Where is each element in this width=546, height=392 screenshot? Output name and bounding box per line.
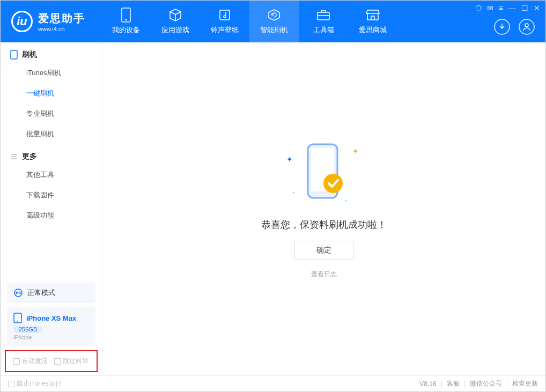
download-button[interactable] xyxy=(494,19,510,35)
tab-label: 铃声壁纸 xyxy=(211,25,239,35)
store-icon xyxy=(366,8,380,22)
section-title-label: 刷机 xyxy=(22,50,37,60)
tab-label: 工具箱 xyxy=(313,25,334,35)
view-log-link[interactable]: 查看日志 xyxy=(311,270,337,279)
checkbox-auto-activate[interactable]: 自动激活 xyxy=(13,357,48,366)
list-icon xyxy=(10,153,18,160)
header-right-buttons xyxy=(494,19,535,35)
sidebar-item-download-firmware[interactable]: 下载固件 xyxy=(1,185,102,205)
svg-point-4 xyxy=(525,24,528,27)
refresh-icon xyxy=(267,8,281,22)
mode-card[interactable]: 正常模式 xyxy=(7,283,95,303)
device-card[interactable]: iPhone XS Max 256GB iPhone xyxy=(7,307,95,346)
mode-label: 正常模式 xyxy=(27,288,55,298)
svg-point-8 xyxy=(19,292,21,294)
tab-label: 我的设备 xyxy=(112,25,140,35)
checkbox-label: 跳过向导 xyxy=(63,357,88,366)
logo-icon: iu xyxy=(11,11,33,32)
phone-success-icon xyxy=(300,142,348,206)
checkbox-block-itunes[interactable]: 阻止iTunes运行 xyxy=(8,379,62,388)
device-icon xyxy=(13,313,22,323)
app-header: iu 爱思助手 www.i4.cn 我的设备 应用游戏 铃声壁纸 智能刷机 工具… xyxy=(1,1,545,42)
checkbox-skip-guide[interactable]: 跳过向导 xyxy=(54,357,88,366)
sidebar-item-batch-flash[interactable]: 批量刷机 xyxy=(1,124,102,144)
sparkle-icon: ✦ xyxy=(292,190,296,195)
tab-smart-flash[interactable]: 智能刷机 xyxy=(249,1,299,42)
version-label: V8.16 xyxy=(419,380,436,388)
section-more: 更多 xyxy=(1,144,102,165)
svg-rect-5 xyxy=(11,50,17,59)
tab-store[interactable]: 爱思商城 xyxy=(348,1,397,42)
success-message: 恭喜您，保资料刷机成功啦！ xyxy=(261,218,387,231)
music-icon xyxy=(218,8,232,22)
nav-tabs: 我的设备 应用游戏 铃声壁纸 智能刷机 工具箱 爱思商城 xyxy=(101,1,397,42)
device-storage: 256GB xyxy=(13,326,42,333)
check-update-link[interactable]: 检查更新 xyxy=(512,379,538,388)
checkbox-label: 自动激活 xyxy=(22,357,48,366)
minimize-icon[interactable]: — xyxy=(508,4,516,12)
device-name: iPhone XS Max xyxy=(26,314,76,322)
options-highlight: 自动激活 跳过向导 xyxy=(5,350,98,372)
app-name: 爱思助手 xyxy=(38,11,85,26)
close-icon[interactable]: ✕ xyxy=(534,4,540,12)
tab-my-device[interactable]: 我的设备 xyxy=(101,1,151,42)
main-content: ✦ ✦ ✦ ✦ 恭喜您，保资料刷机成功啦！ 确定 查看日志 xyxy=(102,42,545,375)
tab-ringtones[interactable]: 铃声壁纸 xyxy=(200,1,249,42)
checkbox-label: 阻止iTunes运行 xyxy=(17,379,62,388)
sparkle-icon: ✦ xyxy=(286,155,293,164)
section-flash: 刷机 xyxy=(1,42,102,63)
phone-icon xyxy=(10,50,18,60)
mode-icon xyxy=(13,288,23,298)
menu-icon[interactable]: ≡ xyxy=(499,4,503,12)
section-title-label: 更多 xyxy=(22,152,37,161)
maximize-icon[interactable]: ☐ xyxy=(521,4,528,12)
sidebar-item-other-tools[interactable]: 其他工具 xyxy=(1,165,102,185)
svg-point-7 xyxy=(16,292,18,294)
svg-point-13 xyxy=(323,174,343,193)
support-link[interactable]: 客服 xyxy=(447,379,460,388)
ok-button[interactable]: 确定 xyxy=(294,241,353,260)
svg-point-1 xyxy=(126,19,127,21)
toolbox-icon xyxy=(316,8,330,22)
cube-icon xyxy=(168,8,182,22)
user-button[interactable] xyxy=(519,19,535,35)
wechat-link[interactable]: 微信公众号 xyxy=(470,379,502,388)
device-type: iPhone xyxy=(13,334,89,341)
app-logo: iu 爱思助手 www.i4.cn xyxy=(1,11,96,32)
tshirt-icon[interactable]: ⬡ xyxy=(475,4,482,12)
app-url: www.i4.cn xyxy=(38,26,85,32)
svg-rect-3 xyxy=(318,12,329,20)
svg-rect-2 xyxy=(220,10,230,20)
tab-label: 爱思商城 xyxy=(359,25,387,35)
window-controls: ⬡ ✉ ≡ — ☐ ✕ xyxy=(475,4,540,12)
sidebar-item-oneclick-flash[interactable]: 一键刷机 xyxy=(1,83,102,103)
feedback-icon[interactable]: ✉ xyxy=(487,4,493,12)
sparkle-icon: ✦ xyxy=(352,147,359,156)
sidebar-item-pro-flash[interactable]: 专业刷机 xyxy=(1,103,102,124)
status-bar: 阻止iTunes运行 V8.16 | 客服 | 微信公众号 | 检查更新 xyxy=(1,375,545,391)
device-icon xyxy=(119,8,133,22)
tab-toolbox[interactable]: 工具箱 xyxy=(299,1,348,42)
tab-apps-games[interactable]: 应用游戏 xyxy=(151,1,200,42)
success-illustration: ✦ ✦ ✦ ✦ xyxy=(292,139,356,209)
sidebar-item-itunes-flash[interactable]: iTunes刷机 xyxy=(1,63,102,83)
sidebar-item-advanced[interactable]: 高级功能 xyxy=(1,205,102,226)
sidebar: 刷机 iTunes刷机 一键刷机 专业刷机 批量刷机 更多 其他工具 下载固件 … xyxy=(1,42,102,375)
tab-label: 应用游戏 xyxy=(161,25,189,35)
tab-label: 智能刷机 xyxy=(260,25,288,35)
svg-point-10 xyxy=(17,321,18,322)
sparkle-icon: ✦ xyxy=(344,198,348,203)
